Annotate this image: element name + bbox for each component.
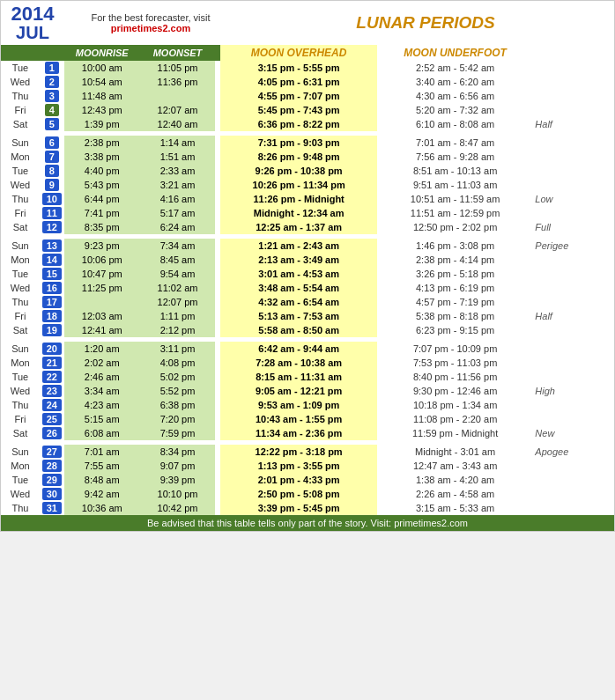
overhead-cell: 2:01 pm - 4:33 pm: [220, 473, 376, 487]
overhead-cell: 3:01 am - 4:53 am: [220, 267, 376, 281]
moonset-cell: 9:54 am: [140, 267, 216, 281]
day-number: 4: [40, 103, 64, 117]
table-row: Thu 10 6:44 pm 4:16 am 11:26 pm - Midnig…: [1, 192, 614, 206]
phase-cell: [533, 342, 614, 356]
moonset-cell: 4:08 pm: [140, 356, 216, 370]
underfoot-cell: 4:57 pm - 7:19 pm: [377, 295, 533, 309]
phase-cell: [533, 501, 614, 515]
overhead-cell: 3:48 am - 5:54 am: [220, 281, 376, 295]
day-name: Thu: [1, 398, 40, 412]
underfoot-cell: 4:30 am - 6:56 am: [377, 89, 533, 103]
table-row: Wed 23 3:34 am 5:52 pm 9:05 am - 12:21 p…: [1, 384, 614, 398]
moonset-cell: 2:12 pm: [140, 323, 216, 337]
underfoot-cell: 5:20 am - 7:32 am: [377, 103, 533, 117]
underfoot-cell: 1:46 pm - 3:08 pm: [377, 239, 533, 253]
phase-cell: High: [533, 384, 614, 398]
moonrise-cell: 8:48 am: [64, 473, 140, 487]
day-number: 2: [40, 75, 64, 89]
day-number: 13: [40, 239, 64, 253]
moonset-cell: 6:38 pm: [140, 398, 216, 412]
day-number: 28: [40, 459, 64, 473]
moonset-cell: 5:52 pm: [140, 384, 216, 398]
day-name: Mon: [1, 150, 40, 164]
main-table: MOONRISE MOONSET MOON OVERHEAD MOON UNDE…: [1, 45, 614, 515]
underfoot-cell: 7:53 pm - 11:03 pm: [377, 356, 533, 370]
phase-cell: Apogee: [533, 445, 614, 459]
overhead-cell: 3:39 pm - 5:45 pm: [220, 501, 376, 515]
underfoot-cell: 8:40 pm - 11:56 pm: [377, 370, 533, 384]
moonset-cell: 1:14 am: [140, 136, 216, 150]
day-name: Tue: [1, 61, 40, 75]
moonset-cell: 11:36 pm: [140, 75, 216, 89]
moonset-cell: 7:59 pm: [140, 426, 216, 440]
day-number: 8: [40, 164, 64, 178]
moonrise-cell: 10:00 am: [64, 61, 140, 75]
site-link[interactable]: primetimes2.com: [111, 23, 190, 33]
day-number: 11: [40, 206, 64, 220]
moonset-cell: 3:21 am: [140, 178, 216, 192]
moonset-cell: 1:11 pm: [140, 309, 216, 323]
overhead-cell: 3:15 pm - 5:55 pm: [220, 61, 376, 75]
table-row: Mon 7 3:38 pm 1:51 am 8:26 pm - 9:48 pm …: [1, 150, 614, 164]
table-row: Sat 26 6:08 am 7:59 pm 11:34 am - 2:36 p…: [1, 426, 614, 440]
overhead-cell: 6:36 pm - 8:22 pm: [220, 117, 376, 131]
moonrise-cell: 7:01 am: [64, 445, 140, 459]
moonset-header: MOONSET: [140, 45, 216, 61]
day-name: Thu: [1, 89, 40, 103]
table-row: Tue 15 10:47 pm 9:54 am 3:01 am - 4:53 a…: [1, 267, 614, 281]
underfoot-cell: 3:40 am - 6:20 am: [377, 75, 533, 89]
table-row: Sun 20 1:20 am 3:11 pm 6:42 am - 9:44 am…: [1, 342, 614, 356]
phase-cell: [533, 323, 614, 337]
underfoot-cell: 10:51 am - 11:59 am: [377, 192, 533, 206]
underfoot-cell: 10:18 pm - 1:34 am: [377, 398, 533, 412]
phase-cell: [533, 267, 614, 281]
empty-header: [1, 45, 64, 61]
overhead-cell: 8:26 pm - 9:48 pm: [220, 150, 376, 164]
day-name: Fri: [1, 103, 40, 117]
overhead-cell: 4:05 pm - 6:31 pm: [220, 75, 376, 89]
overhead-cell: 6:42 am - 9:44 am: [220, 342, 376, 356]
day-number: 12: [40, 220, 64, 234]
day-number: 31: [40, 501, 64, 515]
moonrise-cell: 9:42 am: [64, 487, 140, 501]
underfoot-cell: 7:07 pm - 10:09 pm: [377, 342, 533, 356]
phase-cell: [533, 136, 614, 150]
day-name: Mon: [1, 459, 40, 473]
month-label: JUL: [16, 24, 49, 41]
table-row: Sat 12 8:35 pm 6:24 am 12:25 am - 1:37 a…: [1, 220, 614, 234]
underfoot-cell: 3:26 pm - 5:18 pm: [377, 267, 533, 281]
phase-cell: [533, 473, 614, 487]
phase-cell: [533, 487, 614, 501]
moonrise-cell: 5:43 pm: [64, 178, 140, 192]
overhead-cell: 10:43 am - 1:55 pm: [220, 412, 376, 426]
moonset-cell: 7:20 pm: [140, 412, 216, 426]
phase-cell: [533, 89, 614, 103]
phase-cell: Low: [533, 192, 614, 206]
table-row: Fri 25 5:15 am 7:20 pm 10:43 am - 1:55 p…: [1, 412, 614, 426]
moonset-cell: 9:39 pm: [140, 473, 216, 487]
underfoot-cell: 2:38 pm - 4:14 pm: [377, 253, 533, 267]
day-number: 9: [40, 178, 64, 192]
moonset-cell: 3:11 pm: [140, 342, 216, 356]
phase-cell: Half: [533, 309, 614, 323]
overhead-cell: 10:26 pm - 11:34 pm: [220, 178, 376, 192]
day-name: Sat: [1, 117, 40, 131]
overhead-header: MOON OVERHEAD: [220, 45, 376, 61]
moonset-cell: 2:33 am: [140, 164, 216, 178]
overhead-cell: 5:58 am - 8:50 am: [220, 323, 376, 337]
day-number: 19: [40, 323, 64, 337]
overhead-cell: 2:50 pm - 5:08 pm: [220, 487, 376, 501]
underfoot-cell: 6:23 pm - 9:15 pm: [377, 323, 533, 337]
day-name: Sun: [1, 342, 40, 356]
moonset-cell: [140, 89, 216, 103]
day-number: 18: [40, 309, 64, 323]
moonrise-cell: 1:20 am: [64, 342, 140, 356]
table-row: Thu 3 11:48 am 4:55 pm - 7:07 pm 4:30 am…: [1, 89, 614, 103]
table-row: Tue 1 10:00 am 11:05 pm 3:15 pm - 5:55 p…: [1, 61, 614, 75]
table-row: Mon 21 2:02 am 4:08 pm 7:28 am - 10:38 a…: [1, 356, 614, 370]
overhead-cell: 9:05 am - 12:21 pm: [220, 384, 376, 398]
moonrise-cell: 12:43 pm: [64, 103, 140, 117]
day-name: Tue: [1, 473, 40, 487]
phase-cell: [533, 206, 614, 220]
moonrise-cell: 6:44 pm: [64, 192, 140, 206]
